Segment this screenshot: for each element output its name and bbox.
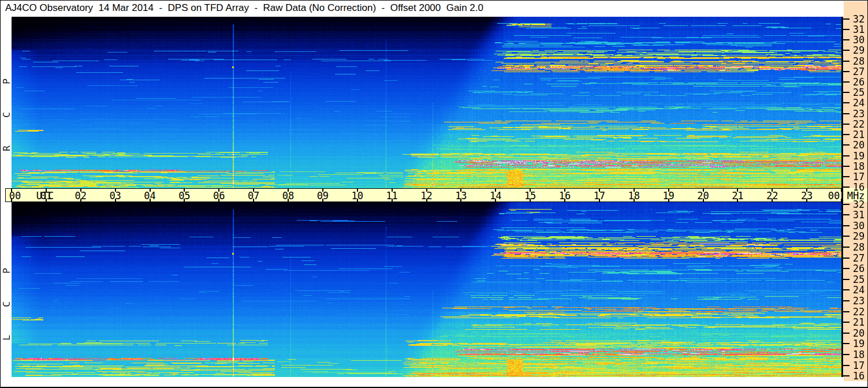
hour-label: 02 [70,190,91,202]
hour-label: 23 [796,190,817,202]
frequency-tick [843,102,850,103]
frequency-label: 18 [850,161,867,172]
hour-label: 07 [243,190,264,202]
frequency-tick [843,92,850,93]
frequency-tick [843,71,850,72]
frequency-tick [843,343,850,344]
frequency-tick [843,204,850,205]
lcp-letter-l: L [1,333,12,343]
frequency-label: 27 [850,252,867,264]
frequency-tick [843,155,850,156]
frequency-label: 17 [850,360,867,371]
frequency-tick [843,61,850,62]
frequency-label: 23 [850,108,867,120]
frequency-tick [843,113,850,114]
frequency-tick [843,29,850,30]
app-window: AJ4CO Observatory 14 Mar 2014 - DPS on T… [0,0,868,388]
rcp-letter-c: C [1,110,12,120]
hour-label: 08 [278,190,299,202]
frequency-label: 28 [850,241,867,253]
frequency-tick [843,134,850,135]
frequency-tick [843,247,850,248]
lcp-letter-c: C [1,300,12,309]
rcp-letter-r: R [1,144,12,154]
window-title: AJ4CO Observatory 14 Mar 2014 - DPS on T… [5,2,483,15]
frequency-tick [843,268,850,269]
frequency-label: 24 [850,284,867,296]
frequency-tick [843,322,850,323]
lcp-letter-p: P [1,266,12,276]
frequency-tick [843,365,850,366]
frequency-label: 22 [850,306,867,318]
hour-label: 09 [312,190,333,202]
frequency-label: 28 [850,55,867,67]
hour-label: 05 [174,190,195,202]
hour-label: 18 [624,190,645,202]
frequency-tick [843,375,850,376]
frequency-tick [843,300,850,301]
frequency-label: 17 [850,171,867,182]
frequency-label: 21 [850,316,867,328]
frequency-label: 27 [850,66,867,77]
rcp-spectrogram-canvas [12,17,841,188]
lcp-spectrogram-canvas [12,202,841,377]
frequency-tick [843,81,850,83]
frequency-label: 18 [850,349,867,360]
hour-label: 15 [520,190,541,202]
hour-label: 01 [36,190,57,202]
hour-label: 13 [450,190,471,202]
hour-label: 12 [416,190,437,202]
frequency-label: 19 [850,338,867,349]
hour-label: 06 [208,190,229,202]
frequency-tick [843,279,850,280]
frequency-label: 26 [850,76,867,88]
frequency-label: 31 [850,209,867,221]
frequency-label: 23 [850,295,867,307]
frequency-axis-line [841,17,843,377]
frequency-label: 24 [850,97,867,109]
frequency-tick [843,39,850,40]
hour-label: 17 [589,190,610,202]
time-axis: UTC MHz 00010203040506070809101112131415… [5,188,868,202]
frequency-tick [843,225,850,226]
hour-label: 20 [693,190,714,202]
frequency-tick [843,214,850,215]
frequency-label: 25 [850,87,867,98]
frequency-label: 32 [850,13,867,25]
hour-label: 10 [347,190,368,202]
hour-label: 14 [485,190,506,202]
frequency-tick [843,311,850,312]
rcp-letter-p: P [1,77,12,87]
frequency-label: 29 [850,44,867,56]
hour-label: 22 [762,190,783,202]
hour-label: 21 [727,190,748,202]
frequency-label: 20 [850,139,867,151]
frequency-label: 29 [850,230,867,242]
frequency-label: 25 [850,274,867,285]
frequency-tick [843,176,850,177]
frequency-tick [843,354,850,355]
frequency-label: 16 [850,181,867,193]
frequency-tick [843,124,850,125]
frequency-label: 20 [850,327,867,339]
frequency-label: 19 [850,150,867,162]
frequency-tick [843,50,850,51]
hour-label: 11 [382,190,403,202]
frequency-label: 26 [850,263,867,274]
frequency-label: 31 [850,24,867,35]
frequency-tick [843,166,850,167]
frequency-tick [843,186,850,188]
frequency-tick [843,258,850,259]
frequency-tick [843,18,850,20]
frequency-label: 21 [850,129,867,140]
frequency-tick [843,144,850,146]
frequency-tick [843,333,850,334]
frequency-label: 22 [850,118,867,130]
frequency-tick [843,236,850,237]
hour-label: 03 [105,190,126,202]
hour-label: 00 [5,190,25,202]
frequency-label: 30 [850,220,867,232]
hour-label: 04 [140,190,161,202]
hour-label: 19 [658,190,679,202]
frequency-label: 30 [850,34,867,46]
